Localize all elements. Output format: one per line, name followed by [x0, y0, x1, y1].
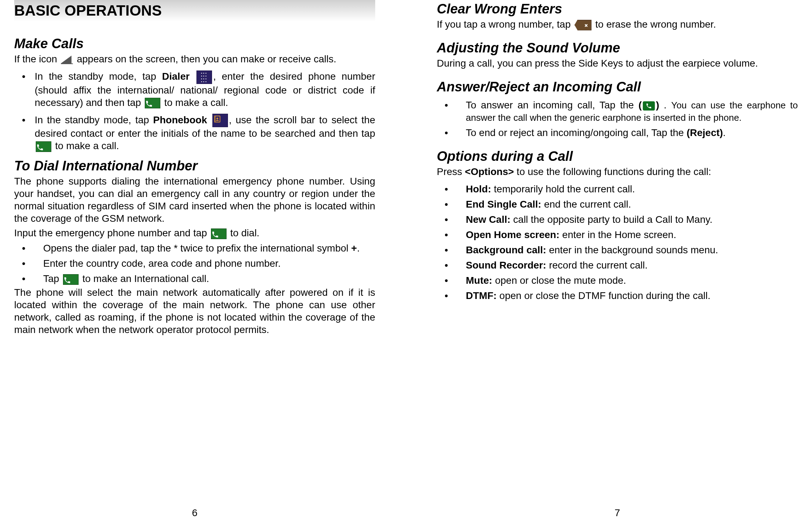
- bold-plus: +: [351, 243, 357, 254]
- opt-label: Open Home screen:: [466, 229, 560, 240]
- opt-label: Mute:: [466, 275, 492, 286]
- section-answer-title: Answer/Reject an Incoming Call: [437, 79, 798, 95]
- paren-close: ): [656, 100, 659, 111]
- clear-wrong-text: If you tap a wrong number, tap to erase …: [437, 18, 798, 30]
- options-list: Hold: temporarily hold the current call.…: [437, 180, 798, 302]
- answer-list: To answer an incoming call, Tap the () .…: [437, 96, 798, 139]
- opt-label: Sound Recorder:: [466, 260, 546, 271]
- text: appears on the screen, then you can make…: [77, 53, 336, 64]
- list-item: Opens the dialer pad, tap the * twice to…: [14, 242, 375, 254]
- bold-options: <Options>: [465, 166, 514, 177]
- opt-label: Hold:: [466, 184, 491, 194]
- opt-label: End Single Call:: [466, 199, 541, 210]
- opt-desc: call the opposite party to build a Call …: [510, 214, 713, 225]
- list-item: Mute: open or close the mute mode.: [437, 274, 798, 287]
- list-item: Enter the country code, area code and ph…: [14, 257, 375, 270]
- options-intro: Press <Options> to use the following fun…: [437, 165, 798, 178]
- text: to use the following functions during th…: [514, 166, 711, 177]
- bold-phonebook: Phonebook: [153, 114, 207, 125]
- opt-desc: open or close the DTMF function during t…: [497, 290, 710, 301]
- chapter-title: BASIC OPERATIONS: [14, 0, 375, 21]
- text: to make a call.: [164, 97, 228, 108]
- list-item: To answer an incoming call, Tap the () .…: [437, 99, 798, 124]
- opt-desc: temporarily hold the current call.: [491, 184, 635, 194]
- text: .: [357, 243, 360, 254]
- opt-label: New Call:: [466, 214, 510, 225]
- make-calls-list: In the standby mode, tap Dialer , enter …: [14, 65, 375, 152]
- list-item: In the standby mode, tap Dialer , enter …: [14, 70, 375, 109]
- opt-label: Background call:: [466, 244, 546, 255]
- list-item: Background call: enter in the background…: [437, 244, 798, 256]
- call-icon: [36, 141, 51, 152]
- text: Press: [437, 166, 465, 177]
- section-clear-wrong-title: Clear Wrong Enters: [437, 1, 798, 17]
- list-item: Tap to make an International call.: [14, 272, 375, 285]
- call-icon: [211, 228, 227, 239]
- opt-desc: end the current call.: [541, 199, 631, 210]
- list-item: Open Home screen: enter in the Home scre…: [437, 228, 798, 241]
- section-options-title: Options during a Call: [437, 149, 798, 164]
- text: .: [723, 127, 726, 138]
- signal-icon: [61, 56, 73, 64]
- dial-intl-para1: The phone supports dialing the internati…: [14, 175, 375, 225]
- bold-dialer: Dialer: [162, 71, 190, 82]
- text: to make an International call.: [82, 273, 209, 284]
- section-dial-intl-title: To Dial International Number: [14, 158, 375, 174]
- text: Input the emergency phone number and tap: [14, 227, 210, 238]
- phonebook-icon: [212, 114, 228, 127]
- backspace-icon: [574, 20, 591, 30]
- list-item: Hold: temporarily hold the current call.: [437, 183, 798, 195]
- opt-label: DTMF:: [466, 290, 497, 301]
- text: Tap: [43, 273, 62, 284]
- call-round-icon: [643, 101, 655, 111]
- list-item: In the standby mode, tap Phonebook , use…: [14, 114, 375, 152]
- list-item: DTMF: open or close the DTMF function du…: [437, 289, 798, 302]
- list-item: To end or reject an incoming/ongoing cal…: [437, 126, 798, 139]
- text: In the standby mode, tap: [35, 71, 162, 82]
- text: .: [659, 100, 671, 111]
- dial-intl-para3: The phone will select the main network a…: [14, 286, 375, 336]
- page-right: Clear Wrong Enters If you tap a wrong nu…: [423, 0, 812, 525]
- dialer-icon: [196, 70, 212, 84]
- section-make-calls-title: Make Calls: [14, 36, 375, 51]
- text: To end or reject an incoming/ongoing cal…: [466, 127, 687, 138]
- page-number-left: 6: [192, 507, 198, 519]
- page-left: BASIC OPERATIONS Make Calls If the icon …: [0, 0, 389, 525]
- list-item: Sound Recorder: record the current call.: [437, 259, 798, 271]
- text: To answer an incoming call, Tap the: [466, 100, 639, 111]
- sound-text: During a call, you can press the Side Ke…: [437, 57, 798, 69]
- paren-open: (: [639, 100, 642, 111]
- list-item: End Single Call: end the current call.: [437, 198, 798, 210]
- bold-reject: (Reject): [687, 127, 723, 138]
- call-icon: [63, 274, 79, 285]
- opt-desc: enter in the background sounds menu.: [546, 244, 718, 255]
- opt-desc: record the current call.: [546, 260, 647, 271]
- text: to make a call.: [55, 140, 119, 151]
- opt-desc: enter in the Home screen.: [560, 229, 676, 240]
- dial-intl-para2: Input the emergency phone number and tap…: [14, 227, 375, 239]
- text: If you tap a wrong number, tap: [437, 19, 573, 30]
- text: If the icon: [14, 53, 60, 64]
- page-number-right: 7: [614, 507, 620, 519]
- dial-intl-list: Opens the dialer pad, tap the * twice to…: [14, 239, 375, 285]
- make-calls-intro: If the icon appears on the screen, then …: [14, 53, 375, 65]
- list-item: New Call: call the opposite party to bui…: [437, 213, 798, 226]
- opt-desc: open or close the mute mode.: [492, 275, 626, 286]
- text: Opens the dialer pad, tap the * twice to…: [43, 243, 351, 254]
- section-sound-title: Adjusting the Sound Volume: [437, 40, 798, 56]
- call-icon: [145, 98, 160, 108]
- text: to dial.: [230, 227, 259, 238]
- text: to erase the wrong number.: [595, 19, 716, 30]
- text: In the standby mode, tap: [35, 114, 153, 125]
